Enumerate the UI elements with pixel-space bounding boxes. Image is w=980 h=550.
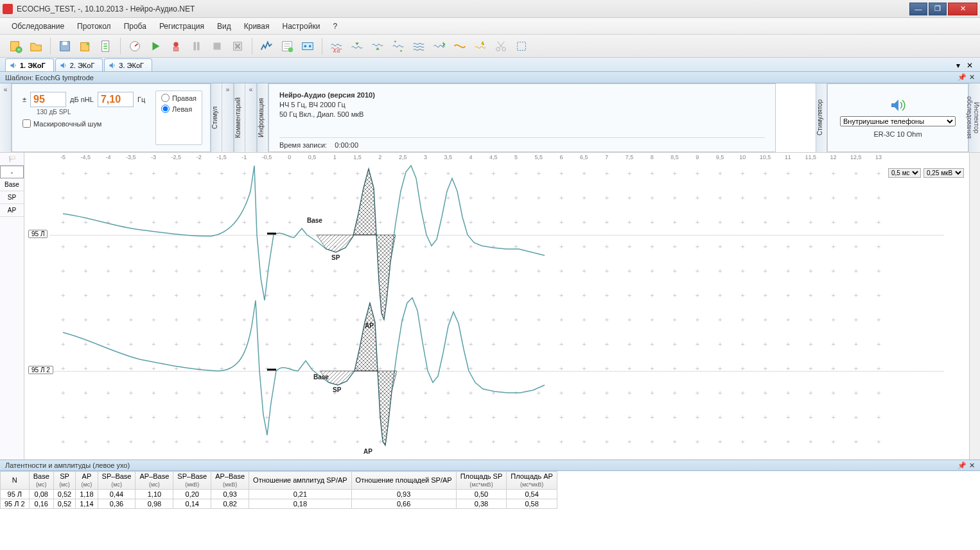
tool-list-icon[interactable] xyxy=(278,37,296,55)
waveform-area: 🏳️ - Base SP AP -5-4,5-4-3,5-3-2,5-2-1,5… xyxy=(0,153,980,460)
marker-sp-2[interactable]: SP xyxy=(333,386,341,393)
svg-rect-22 xyxy=(518,42,526,50)
tab-3[interactable]: 3. ЭКоГ xyxy=(104,58,152,71)
tool-analyze-icon[interactable] xyxy=(258,37,276,55)
table-row[interactable]: 95 Л0,080,521,180,441,100,200,930,210,93… xyxy=(1,489,557,499)
transducer-select[interactable]: Внутриушные телефоны xyxy=(840,116,956,126)
tool-wave-updown-icon[interactable] xyxy=(389,37,407,55)
tool-mark-icon[interactable] xyxy=(471,37,489,55)
tabs-close-icon[interactable]: ✕ xyxy=(965,61,975,70)
template-pin-icon[interactable]: 📌 xyxy=(958,73,967,82)
tool-new-patient-icon[interactable]: + xyxy=(6,37,24,55)
menu-help[interactable]: ? xyxy=(326,18,344,34)
tool-impedance-icon[interactable] xyxy=(126,37,144,55)
marker-column: 🏳️ - Base SP AP xyxy=(0,153,24,460)
bottom-title: Латентности и амплитуды (левое ухо) xyxy=(5,461,130,469)
tool-compare-icon[interactable]: A-B xyxy=(328,37,346,55)
marker-none[interactable]: - xyxy=(0,166,24,178)
window-title: ECOCHG_TEST, -, 10.10.2013 - Нейро-Аудио… xyxy=(17,4,908,13)
menu-view[interactable]: Вид xyxy=(211,18,238,34)
waveform-svg xyxy=(24,153,904,460)
bottom-close-icon[interactable]: ✕ xyxy=(969,461,975,470)
menu-bar: Обследование Протокол Проба Регистрация … xyxy=(0,18,980,35)
tabs-dropdown-icon[interactable]: ▾ xyxy=(954,61,962,70)
svg-rect-4 xyxy=(62,41,67,45)
menu-trial[interactable]: Проба xyxy=(118,18,153,34)
marker-base-2[interactable]: Base xyxy=(313,374,329,381)
collapse-mid-button[interactable]: » xyxy=(222,83,234,152)
maximize-button[interactable]: ❐ xyxy=(929,3,947,15)
tool-play-icon[interactable] xyxy=(146,37,164,55)
side-left-radio-label[interactable]: Левая xyxy=(161,105,197,113)
rate-unit: Гц xyxy=(137,96,145,103)
tool-export-icon[interactable] xyxy=(76,37,94,55)
tool-window-icon[interactable] xyxy=(299,37,317,55)
bottom-pin-icon[interactable]: 📌 xyxy=(958,461,967,470)
tool-stop-icon[interactable] xyxy=(208,37,226,55)
y-scale-select[interactable]: 0,25 мкВ xyxy=(923,168,964,178)
masking-checkbox-label[interactable]: Маскировочный шум xyxy=(22,119,148,128)
trace-label-1[interactable]: 95 Л xyxy=(28,230,48,238)
info-line1: Нейро-Аудио (версия 2010) xyxy=(279,90,765,100)
svg-rect-10 xyxy=(193,42,196,50)
col-header: N xyxy=(1,472,30,490)
tool-cancel-icon[interactable] xyxy=(229,37,247,55)
speaker-icon xyxy=(60,62,67,69)
marker-ap[interactable]: AP xyxy=(0,204,24,217)
tool-open-icon[interactable] xyxy=(27,37,45,55)
side-left-radio[interactable] xyxy=(161,105,170,113)
menu-registration[interactable]: Регистрация xyxy=(153,18,211,34)
marker-sp[interactable]: SP xyxy=(0,191,24,204)
x-scale-select[interactable]: 0,5 мс xyxy=(888,168,921,178)
rate-input[interactable] xyxy=(98,92,134,107)
inspector-panel-toggle[interactable]: Инспектор обследования xyxy=(968,83,980,152)
speaker-icon xyxy=(889,98,907,112)
tool-filter-icon[interactable] xyxy=(430,37,448,55)
test-tabs: 1. ЭКоГ 2. ЭКоГ 3. ЭКоГ ▾ ✕ xyxy=(0,58,980,72)
tool-save-icon[interactable] xyxy=(56,37,74,55)
minimize-button[interactable]: — xyxy=(909,3,927,15)
marker-ap-2[interactable]: AP xyxy=(363,448,372,455)
collapse-left-button[interactable]: « xyxy=(0,83,12,152)
tool-select-icon[interactable] xyxy=(512,37,530,55)
marker-ap-1[interactable]: AP xyxy=(365,322,374,329)
tab-2[interactable]: 2. ЭКоГ xyxy=(55,58,103,71)
menu-examination[interactable]: Обследование xyxy=(5,18,71,34)
tool-wave-down-icon[interactable] xyxy=(369,37,387,55)
masking-checkbox[interactable] xyxy=(22,119,31,128)
marker-base-1[interactable]: Base xyxy=(307,217,322,224)
tool-cut-icon[interactable] xyxy=(492,37,510,55)
intensity-unit: дБ nHL xyxy=(70,96,94,103)
tool-wave-up-icon[interactable] xyxy=(348,37,366,55)
marker-base[interactable]: Base xyxy=(0,178,24,191)
info-line2: НЧ 5 Гц, ВЧ 2000 Гц xyxy=(279,100,765,110)
waveform-plot[interactable]: -5-4,5-4-3,5-3-2,5-2-1,5-1-0,500,511,522… xyxy=(24,153,969,460)
info-panel: Нейро-Аудио (версия 2010) НЧ 5 Гц, ВЧ 20… xyxy=(268,83,776,152)
vertical-scrollbar[interactable] xyxy=(969,153,980,460)
menu-settings[interactable]: Настройки xyxy=(276,18,327,34)
col-header: SP–Base(мс) xyxy=(98,472,136,490)
menu-curve[interactable]: Кривая xyxy=(238,18,276,34)
marker-sp-1[interactable]: SP xyxy=(331,254,340,261)
rec-time-value: 0:00:00 xyxy=(335,141,358,149)
tool-pause-icon[interactable] xyxy=(188,37,206,55)
tool-report-icon[interactable] xyxy=(97,37,115,55)
intensity-input[interactable] xyxy=(30,92,66,107)
trace-label-2[interactable]: 95 Л 2 xyxy=(28,366,53,374)
tool-record-icon[interactable] xyxy=(167,37,185,55)
svg-point-17 xyxy=(304,45,307,47)
col-header: SP–Base(мкВ) xyxy=(173,472,211,490)
app-icon xyxy=(3,4,13,14)
template-close-icon[interactable]: ✕ xyxy=(969,73,975,82)
info-collapse-button[interactable]: « xyxy=(245,83,257,152)
table-row[interactable]: 95 Л 20,160,521,140,360,980,140,820,180,… xyxy=(1,499,557,508)
tool-smooth-icon[interactable] xyxy=(451,37,469,55)
tool-multiwave-icon[interactable] xyxy=(410,37,428,55)
comment-vlabel[interactable]: Комментарий xyxy=(234,83,245,152)
side-right-radio-label[interactable]: Правая xyxy=(161,94,197,102)
close-button[interactable]: ✕ xyxy=(948,3,977,15)
flag-icon[interactable]: 🏳️ xyxy=(0,153,24,166)
tab-1[interactable]: 1. ЭКоГ xyxy=(5,58,54,71)
side-right-radio[interactable] xyxy=(161,94,170,102)
menu-protocol[interactable]: Протокол xyxy=(71,18,118,34)
